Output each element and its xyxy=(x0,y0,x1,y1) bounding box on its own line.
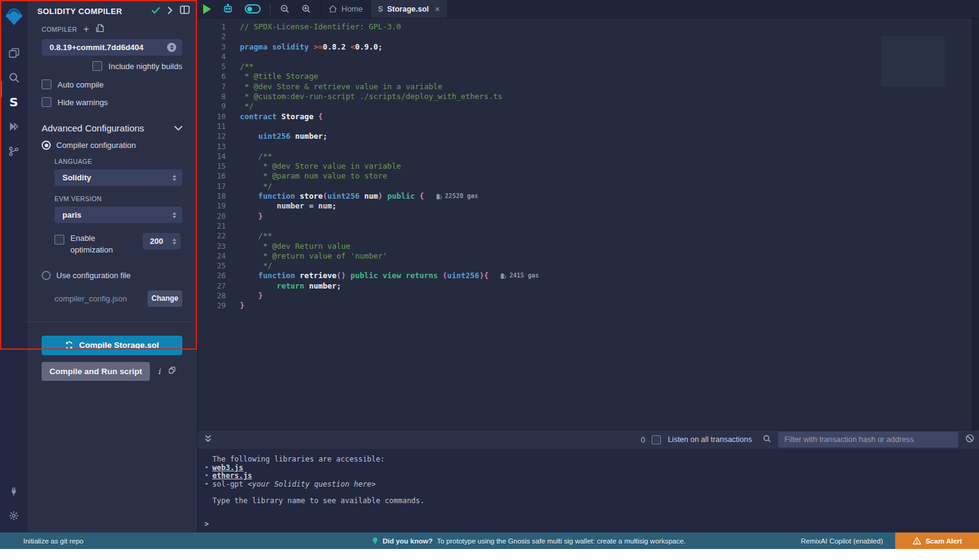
zoom-in-icon[interactable] xyxy=(296,0,317,18)
compile-button[interactable]: Compile Storage.sol xyxy=(42,336,182,355)
code-line[interactable]: 8 * @custom:dev-run-script ./scripts/dep… xyxy=(198,92,979,101)
terminal-line xyxy=(204,488,979,497)
change-config-button[interactable]: Change xyxy=(147,290,182,307)
solidity-compiler-icon[interactable]: S xyxy=(0,90,28,114)
refresh-icon xyxy=(65,341,73,350)
copilot-status[interactable]: RemixAI Copilot (enabled) xyxy=(801,537,883,545)
evm-version-select[interactable]: paris xyxy=(54,207,182,223)
terminal[interactable]: •The following libraries are accessible:… xyxy=(198,449,979,532)
code-line[interactable]: 3pragma solidity >=0.8.2 <0.9.0; xyxy=(198,42,979,52)
open-compiler-file-icon[interactable] xyxy=(95,24,104,35)
home-icon xyxy=(329,5,337,13)
close-tab-icon[interactable]: × xyxy=(435,4,440,14)
code-line[interactable]: 22 /** xyxy=(198,231,979,241)
did-you-know-text: To prototype using the Gnosis safe multi… xyxy=(437,537,686,545)
file-explorer-icon[interactable] xyxy=(0,41,28,65)
config-file-name: compiler_config.json xyxy=(54,294,147,303)
code-line[interactable]: 6 * @title Storage xyxy=(198,72,979,81)
code-line[interactable]: 23 * @dev Return value xyxy=(198,241,979,251)
git-icon[interactable] xyxy=(0,139,28,163)
terminal-prompt[interactable]: > xyxy=(204,520,209,528)
editor-scrollbar[interactable] xyxy=(972,18,979,430)
tab-home-label: Home xyxy=(341,4,363,13)
tab-storage-sol[interactable]: S Storage.sol × xyxy=(371,0,448,18)
code-line[interactable]: 18 function store(uint256 num) public {2… xyxy=(198,191,979,201)
optimization-runs-input[interactable]: 200 xyxy=(143,233,181,249)
code-line[interactable]: 26 function retrieve() public view retur… xyxy=(198,271,979,281)
compiler-configuration-radio[interactable] xyxy=(42,141,51,150)
code-line[interactable]: 24 * @return value of 'number' xyxy=(198,251,979,261)
terminal-library-link[interactable]: web3.js xyxy=(212,463,244,472)
code-line[interactable]: 29} xyxy=(198,301,979,311)
status-bar: Initialize as git repo Did you know? To … xyxy=(0,532,979,549)
hide-warnings-label: Hide warnings xyxy=(58,98,108,107)
code-line[interactable]: 14 /** xyxy=(198,152,979,161)
code-line[interactable]: 28 } xyxy=(198,291,979,301)
compile-success-check-icon xyxy=(151,6,160,17)
listen-transactions-checkbox[interactable] xyxy=(652,435,661,444)
deploy-and-run-icon[interactable] xyxy=(0,114,28,139)
clear-console-icon[interactable] xyxy=(965,433,975,446)
enable-optimization-checkbox[interactable] xyxy=(54,235,64,245)
tab-home[interactable]: Home xyxy=(321,0,371,18)
plugin-manager-icon[interactable] xyxy=(0,479,28,503)
auto-compile-checkbox[interactable] xyxy=(42,79,51,89)
terminal-search-icon xyxy=(762,434,772,446)
code-line[interactable]: 2 xyxy=(198,32,979,42)
git-init-status[interactable]: Initialize as git repo xyxy=(0,537,257,545)
use-configuration-file-label: Use configuration file xyxy=(56,271,130,280)
code-line[interactable]: 9 */ xyxy=(198,101,979,111)
code-line[interactable]: 13 xyxy=(198,142,979,152)
minimap[interactable] xyxy=(885,39,941,85)
copilot-toggle[interactable] xyxy=(239,0,266,18)
search-icon[interactable] xyxy=(0,65,28,90)
advanced-configurations-toggle[interactable]: Advanced Configurations xyxy=(42,123,182,133)
info-icon[interactable]: i xyxy=(158,367,160,376)
transaction-filter-input[interactable] xyxy=(778,432,958,448)
chevron-right-icon[interactable] xyxy=(168,6,173,17)
code-lines: 1// SPDX-License-Identifier: GPL-3.023pr… xyxy=(198,18,979,311)
hide-warnings-checkbox[interactable] xyxy=(42,97,51,107)
remix-logo-icon[interactable] xyxy=(0,4,28,29)
solidity-compiler-panel: SOLIDITY COMPILER COMPILER + xyxy=(28,0,197,532)
runs-stepper-icon xyxy=(173,238,176,245)
zoom-out-icon[interactable] xyxy=(274,0,296,18)
ai-copilot-robot-icon[interactable] xyxy=(217,0,239,18)
code-line[interactable]: 5/** xyxy=(198,62,979,72)
editor-tabbar: Home S Storage.sol × xyxy=(198,0,979,18)
screenshot-margin xyxy=(0,549,979,560)
code-line[interactable]: 17 */ xyxy=(198,182,979,191)
compiler-configuration-label: Compiler configuration xyxy=(56,141,136,150)
include-nightly-checkbox[interactable] xyxy=(92,61,102,71)
copy-icon[interactable] xyxy=(168,366,176,377)
code-line[interactable]: 19 number = num; xyxy=(198,201,979,211)
code-line[interactable]: 4 xyxy=(198,52,979,62)
code-line[interactable]: 15 * @dev Store value in variable xyxy=(198,161,979,171)
compile-and-run-button[interactable]: Compile and Run script xyxy=(42,362,150,381)
code-line[interactable]: 1// SPDX-License-Identifier: GPL-3.0 xyxy=(198,22,979,32)
language-select[interactable]: Solidity xyxy=(54,169,182,186)
code-line[interactable]: 7 * @dev Store & retrieve value in a var… xyxy=(198,82,979,92)
settings-gear-icon[interactable] xyxy=(0,503,28,528)
code-line[interactable]: 10contract Storage { xyxy=(198,112,979,122)
language-label: LANGUAGE xyxy=(54,158,182,165)
add-compiler-icon[interactable]: + xyxy=(83,26,89,32)
code-line[interactable]: 21 xyxy=(198,221,979,231)
code-line[interactable]: 27 return number; xyxy=(198,281,979,291)
terminal-line: •sol-gpt <your Solidity question here> xyxy=(204,481,979,489)
code-line[interactable]: 12 uint256 number; xyxy=(198,131,979,141)
collapse-terminal-icon[interactable] xyxy=(198,434,212,445)
terminal-library-link[interactable]: ethers.js xyxy=(212,471,252,480)
run-script-play-button[interactable] xyxy=(198,0,217,18)
code-line[interactable]: 11 xyxy=(198,122,979,131)
pin-panel-icon[interactable] xyxy=(180,6,190,17)
use-configuration-file-radio[interactable] xyxy=(42,271,51,280)
scam-alert-button[interactable]: Scam Alert xyxy=(895,532,979,549)
code-editor[interactable]: 1// SPDX-License-Identifier: GPL-3.023pr… xyxy=(198,18,979,430)
code-line[interactable]: 25 */ xyxy=(198,261,979,271)
code-line[interactable]: 20 } xyxy=(198,212,979,221)
code-line[interactable]: 16 * @param num value to store xyxy=(198,171,979,181)
compiler-version-select[interactable]: 0.8.19+commit.7dd6d404 xyxy=(42,39,182,56)
app-window: S xyxy=(0,0,979,549)
compiler-label: COMPILER xyxy=(42,26,77,33)
